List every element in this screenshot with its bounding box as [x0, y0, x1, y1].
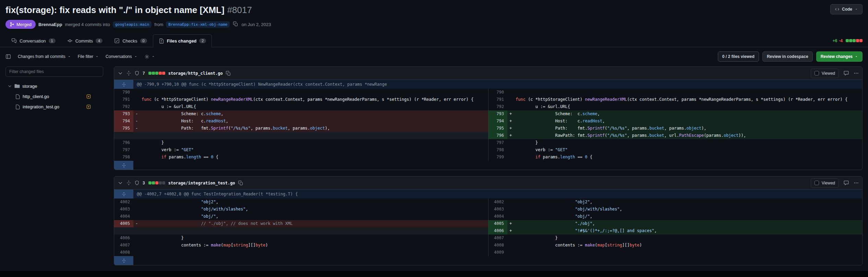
code-line[interactable]: if params.length == 0 {: [507, 154, 862, 161]
review-changes-button[interactable]: Review changes: [816, 51, 863, 62]
tab-files-changed[interactable]: Files changed2: [153, 34, 212, 47]
line-number[interactable]: 796: [114, 139, 133, 146]
line-number[interactable]: 4002: [114, 198, 133, 206]
tab-commits[interactable]: Commits4: [61, 34, 108, 47]
expand-all-button[interactable]: [126, 71, 131, 76]
copy-path-button[interactable]: [238, 181, 243, 185]
line-number[interactable]: 792: [488, 103, 507, 110]
base-branch-label[interactable]: googleapis:main: [113, 21, 152, 28]
changes-from-dropdown[interactable]: Changes from all commits: [18, 54, 71, 59]
code-line[interactable]: + Path: fmt.Sprintf("/%s/%s", params.buc…: [507, 125, 862, 132]
line-number[interactable]: 4007: [488, 234, 507, 242]
line-number[interactable]: 798: [488, 146, 507, 154]
line-number[interactable]: 791: [114, 96, 133, 103]
code-line[interactable]: + Scheme: c.scheme,: [507, 110, 862, 118]
code-line[interactable]: verb := "GET": [507, 146, 862, 154]
code-line[interactable]: }: [133, 234, 488, 242]
code-line[interactable]: "obj2",: [507, 198, 862, 206]
line-number[interactable]: 793: [488, 110, 507, 118]
line-number[interactable]: 4003: [114, 206, 133, 213]
code-line[interactable]: "obj/with/slashes",: [133, 206, 488, 213]
line-number[interactable]: 4008: [488, 242, 507, 249]
tab-conversation[interactable]: Conversation1: [5, 34, 61, 47]
line-number[interactable]: 4005: [114, 220, 133, 227]
code-line[interactable]: [133, 227, 488, 234]
code-line[interactable]: contents := make(map[string][]byte): [133, 242, 488, 249]
kebab-menu-button[interactable]: [854, 71, 859, 76]
expand-up-button[interactable]: [114, 190, 133, 198]
code-line[interactable]: + RawPath: fmt.Sprintf("/%s/%s", params.…: [507, 132, 862, 139]
code-line[interactable]: + Host: c.readHost,: [507, 118, 862, 125]
line-number[interactable]: 4004: [488, 213, 507, 220]
line-number[interactable]: 799: [488, 154, 507, 161]
line-number[interactable]: 4009: [488, 249, 507, 256]
expand-all-button[interactable]: [126, 180, 131, 185]
copy-branch-button[interactable]: [232, 22, 239, 27]
viewed-checkbox[interactable]: [815, 181, 819, 185]
code-line[interactable]: [133, 89, 488, 96]
line-number[interactable]: [114, 227, 133, 234]
code-button[interactable]: Code: [830, 4, 863, 14]
code-line[interactable]: contents := make(map[string][]byte): [507, 242, 862, 249]
line-number[interactable]: 790: [114, 89, 133, 96]
code-line[interactable]: verb := "GET": [133, 146, 488, 154]
code-line[interactable]: }: [133, 139, 488, 146]
line-number[interactable]: 4003: [488, 206, 507, 213]
code-line[interactable]: }: [507, 139, 862, 146]
line-number[interactable]: 791: [488, 96, 507, 103]
line-number[interactable]: 4008: [114, 249, 133, 256]
code-line[interactable]: u := &url.URL{: [133, 103, 488, 110]
line-number[interactable]: 790: [488, 89, 507, 96]
code-line[interactable]: "obj/",: [133, 213, 488, 220]
diff-settings-dropdown[interactable]: [144, 54, 155, 59]
viewed-toggle-button[interactable]: Viewed: [811, 69, 839, 78]
code-line[interactable]: + "!#$&'()*+,/:;=?@,[] and spaces",: [507, 227, 862, 234]
sidebar-toggle-icon[interactable]: [5, 54, 11, 59]
line-number[interactable]: 4007: [114, 242, 133, 249]
line-number[interactable]: 4004: [114, 213, 133, 220]
copy-path-button[interactable]: [226, 71, 231, 76]
line-number[interactable]: 4006: [114, 234, 133, 242]
line-number[interactable]: 794: [488, 118, 507, 125]
code-line[interactable]: [133, 249, 488, 256]
code-line[interactable]: - // "./obj", // does not work with XML: [133, 220, 488, 227]
code-line[interactable]: if params.length == 0 {: [133, 154, 488, 161]
file-path[interactable]: storage/http_client.go: [168, 71, 223, 76]
code-line[interactable]: - Scheme: c.scheme,: [133, 110, 488, 118]
code-line[interactable]: + "./obj",: [507, 220, 862, 227]
tree-folder-storage[interactable]: storage: [5, 81, 93, 91]
comment-icon[interactable]: [844, 180, 849, 185]
tree-file-integration_test.go[interactable]: integration_test.go: [5, 101, 93, 112]
code-line[interactable]: "obj/",: [507, 213, 862, 220]
line-number[interactable]: 794: [114, 118, 133, 125]
line-number[interactable]: 793: [114, 110, 133, 118]
line-number[interactable]: 792: [114, 103, 133, 110]
line-number[interactable]: 795: [488, 125, 507, 132]
line-number[interactable]: 4006: [488, 227, 507, 234]
line-number[interactable]: 796: [488, 132, 507, 139]
expand-down-button[interactable]: [114, 256, 133, 265]
code-line[interactable]: u := &url.URL{: [507, 103, 862, 110]
review-in-codespace-button[interactable]: Review in codespace: [762, 51, 813, 62]
viewed-checkbox[interactable]: [815, 71, 819, 75]
expand-down-button[interactable]: [114, 161, 133, 170]
line-number[interactable]: 798: [114, 154, 133, 161]
code-line[interactable]: func (c *httpStorageClient) newRangeRead…: [133, 96, 488, 103]
code-line[interactable]: - Host: c.readHost,: [133, 118, 488, 125]
file-filter-dropdown[interactable]: File filter: [78, 54, 99, 59]
collapse-file-button[interactable]: [118, 71, 123, 76]
author-link[interactable]: BrennaEpp: [38, 22, 62, 27]
code-line[interactable]: "obj/with/slashes",: [507, 206, 862, 213]
code-line[interactable]: [507, 89, 862, 96]
viewed-toggle-button[interactable]: Viewed: [811, 178, 839, 188]
conversations-dropdown[interactable]: Conversations: [106, 54, 137, 59]
code-line[interactable]: [507, 249, 862, 256]
code-line[interactable]: [133, 132, 488, 139]
line-number[interactable]: 4002: [488, 198, 507, 206]
collapse-file-button[interactable]: [118, 180, 123, 186]
tab-checks[interactable]: Checks0: [108, 34, 153, 47]
code-line[interactable]: func (c *httpStorageClient) newRangeRead…: [507, 96, 862, 103]
line-number[interactable]: 4005: [488, 220, 507, 227]
comment-icon[interactable]: [844, 71, 849, 76]
code-line[interactable]: - Path: fmt.Sprintf("/%s/%s", params.buc…: [133, 125, 488, 132]
